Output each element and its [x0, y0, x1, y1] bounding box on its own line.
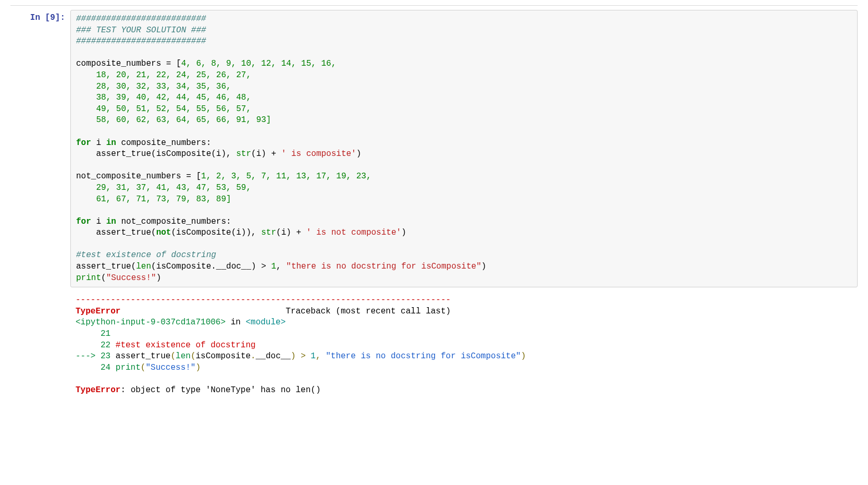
traceback-label: Traceback (most recent call last) — [286, 307, 451, 316]
traceback-file: <ipython-input-9-037cd1a71006> — [76, 318, 226, 327]
code-numbers: 49, 50, 51, 52, 54, 55, 56, 57, — [76, 104, 251, 114]
error-type-final: TypeError — [76, 385, 120, 395]
code-text: ) — [356, 149, 362, 159]
code-text: ) — [156, 273, 162, 283]
code-text: (i) + — [276, 228, 306, 237]
code-input[interactable]: ########################## ### TEST YOUR… — [70, 10, 858, 287]
code-text: composite_numbers: — [116, 138, 211, 148]
code-keyword: for — [76, 217, 91, 226]
traceback-in: in — [226, 318, 245, 327]
traceback-paren: ) — [291, 351, 296, 361]
input-prompt: In [9]: — [10, 10, 70, 26]
code-keyword: in — [106, 217, 116, 226]
traceback-builtin: print — [116, 363, 141, 372]
code-comment: ########################## — [76, 37, 206, 46]
code-numbers: 1, 2, 3, 5, 7, 11, 13, 17, 19, 23, — [201, 172, 371, 181]
traceback-arrow: ---> — [76, 351, 101, 361]
traceback-builtin: len — [176, 351, 191, 361]
code-comment: ########################## — [76, 14, 206, 23]
code-text: assert_true( — [76, 262, 136, 271]
code-numbers: 28, 30, 32, 33, 34, 35, 36, — [76, 82, 231, 91]
traceback-paren: ( — [170, 351, 176, 361]
traceback-paren: ( — [141, 363, 146, 372]
code-text: (i) + — [251, 149, 281, 159]
code-text: ) — [481, 262, 487, 271]
code-text: i — [91, 217, 106, 226]
code-numbers: 18, 20, 21, 22, 24, 25, 26, 27, — [76, 70, 251, 80]
code-number: 1 — [271, 262, 276, 271]
code-string: "Success!" — [106, 273, 156, 283]
code-numbers: 38, 39, 40, 42, 44, 45, 46, 48, — [76, 93, 251, 102]
line-number: 24 — [76, 363, 116, 372]
code-text: composite_numbers = [ — [76, 59, 181, 68]
traceback-dot: . — [251, 351, 256, 361]
code-keyword: in — [106, 138, 116, 148]
code-text: not_composite_numbers = [ — [76, 172, 201, 181]
code-text: ) — [401, 228, 406, 237]
code-text: assert_true(isComposite(i), — [76, 149, 236, 159]
output-prompt — [10, 292, 70, 298]
code-text: (isComposite(i)), — [171, 228, 261, 237]
traceback-module: <module> — [245, 318, 286, 327]
line-number: 23 — [101, 351, 116, 361]
output-cell: ----------------------------------------… — [10, 292, 858, 399]
code-text: (isComposite.__doc__) > — [151, 262, 271, 271]
traceback-string: "there is no docstring for isComposite" — [326, 351, 520, 361]
traceback-code: __doc__ — [256, 351, 291, 361]
notebook-container: In [9]: ########################## ### T… — [0, 0, 868, 405]
error-type: TypeError — [76, 307, 120, 316]
traceback-divider: ----------------------------------------… — [76, 295, 451, 305]
traceback-code: assert_true — [116, 351, 171, 361]
line-number: 22 — [76, 341, 116, 350]
code-text: assert_true( — [76, 228, 156, 237]
code-numbers: 58, 60, 62, 63, 64, 65, 66, 91, 93] — [76, 115, 271, 125]
line-number: 21 — [76, 329, 116, 338]
code-numbers: 4, 6, 8, 9, 10, 12, 14, 15, 16, — [181, 59, 337, 68]
error-message: : object of type 'NoneType' has no len() — [120, 385, 320, 395]
code-keyword: for — [76, 138, 91, 148]
code-text: ( — [101, 273, 106, 283]
traceback-output: ----------------------------------------… — [70, 292, 858, 399]
code-builtin: len — [136, 262, 151, 271]
code-text: , — [276, 262, 286, 271]
code-comment: #test existence of docstring — [76, 250, 216, 260]
code-string: ' is not composite' — [306, 228, 401, 237]
code-comment: ### TEST YOUR SOLUTION ### — [76, 26, 206, 35]
code-text: i — [91, 138, 106, 148]
traceback-paren: ) — [521, 351, 526, 361]
traceback-comment: #test existence of docstring — [116, 341, 256, 350]
code-builtin: print — [76, 273, 101, 283]
code-numbers: 61, 67, 71, 73, 79, 83, 89] — [76, 195, 231, 204]
code-keyword: not — [156, 228, 171, 237]
code-string: "there is no docstring for isComposite" — [286, 262, 481, 271]
code-text: not_composite_numbers: — [116, 217, 231, 226]
code-string: ' is composite' — [281, 149, 356, 159]
code-cell: In [9]: ########################## ### T… — [10, 10, 858, 287]
code-numbers: 29, 31, 37, 41, 43, 47, 53, 59, — [76, 183, 251, 192]
code-builtin: str — [261, 228, 276, 237]
traceback-number: 1 — [311, 351, 316, 361]
code-builtin: str — [236, 149, 251, 159]
traceback-paren: ) — [195, 363, 201, 372]
traceback-string: "Success!" — [145, 363, 195, 372]
traceback-comma: , — [316, 351, 326, 361]
top-divider — [10, 5, 858, 6]
traceback-spacer — [120, 307, 286, 316]
traceback-op: > — [296, 351, 311, 361]
traceback-code: isComposite — [195, 351, 251, 361]
